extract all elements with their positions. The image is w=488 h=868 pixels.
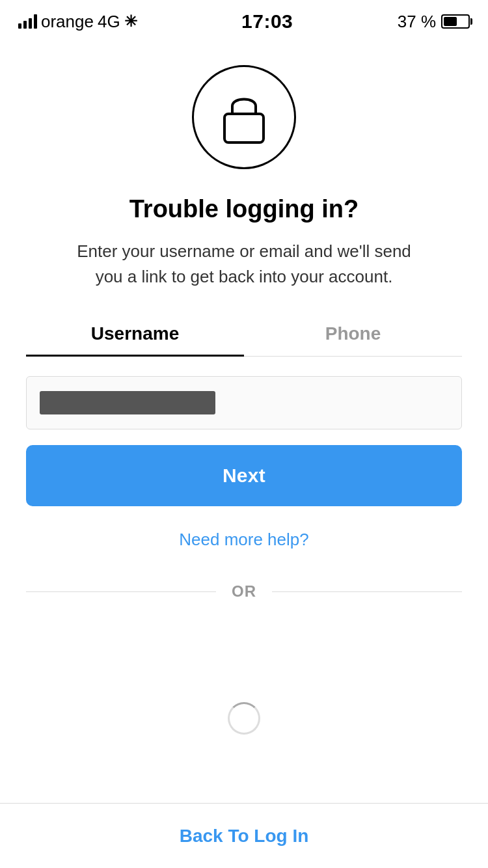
status-right: 37 %	[398, 12, 470, 32]
lock-icon-circle	[192, 65, 296, 169]
lock-icon	[218, 88, 270, 146]
tab-username[interactable]: Username	[26, 313, 244, 357]
input-placeholder-bar	[40, 391, 215, 414]
tab-bar: Username Phone	[26, 313, 462, 357]
loading-icon: ✳	[124, 12, 137, 31]
spinner-container	[228, 633, 260, 803]
signal-bars-icon	[18, 14, 37, 29]
tab-phone[interactable]: Phone	[244, 313, 462, 357]
or-label: OR	[216, 582, 272, 601]
next-button[interactable]: Next	[26, 445, 462, 506]
divider-left	[26, 591, 216, 592]
status-bar: orange 4G ✳ 17:03 37 %	[0, 0, 488, 39]
bottom-bar: Back To Log In	[0, 803, 488, 868]
page-description: Enter your username or email and we'll s…	[75, 239, 413, 290]
page-title: Trouble logging in?	[129, 195, 359, 223]
status-left: orange 4G ✳	[18, 12, 137, 32]
main-content: Trouble logging in? Enter your username …	[0, 39, 488, 803]
or-divider: OR	[26, 582, 462, 601]
carrier-label: orange	[41, 12, 94, 32]
battery-icon	[441, 14, 470, 29]
time-label: 17:03	[241, 10, 293, 33]
back-to-login-button[interactable]: Back To Log In	[180, 826, 309, 847]
loading-spinner-icon	[228, 702, 260, 735]
username-input-container[interactable]	[26, 376, 462, 429]
network-label: 4G	[98, 12, 120, 32]
battery-percent-label: 37 %	[398, 12, 436, 32]
divider-right	[272, 591, 462, 592]
svg-rect-0	[224, 114, 264, 142]
help-link[interactable]: Need more help?	[179, 530, 308, 550]
